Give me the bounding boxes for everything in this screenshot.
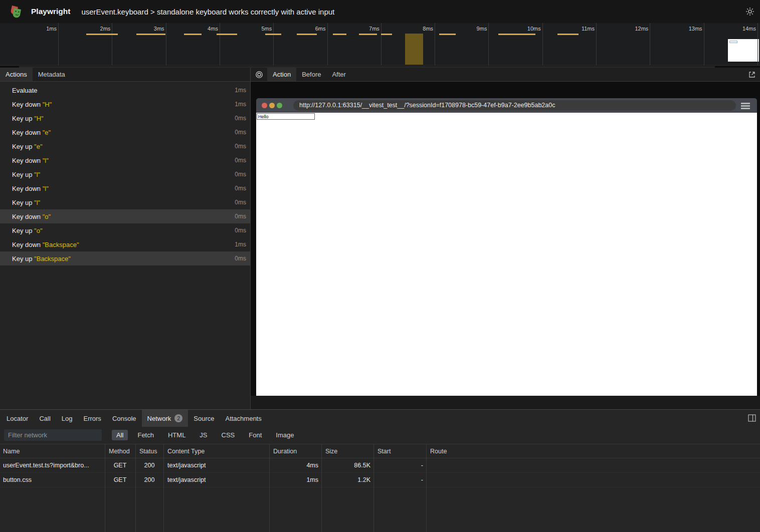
trace-title: userEvent.keyboard > standalone keyboard… <box>81 8 334 16</box>
network-request-row[interactable]: button.cssGET200text/javascript1ms1.2K- <box>0 473 760 487</box>
network-table-header: NameMethodStatusContent TypeDurationSize… <box>0 444 760 458</box>
open-external-icon[interactable] <box>748 71 756 79</box>
page-snapshot <box>256 113 757 396</box>
action-row[interactable]: Key down "o"0ms <box>0 209 250 223</box>
action-title: Key down "H" <box>12 101 52 108</box>
cell-method: GET <box>105 458 135 472</box>
action-duration: 0ms <box>235 115 246 122</box>
tab-errors[interactable]: Errors <box>78 410 106 427</box>
filter-chip-font[interactable]: Font <box>244 430 266 440</box>
timeline-gridline <box>220 23 220 65</box>
app-title: Playwright <box>31 7 70 16</box>
action-duration: 1ms <box>235 101 246 108</box>
action-title: Key up "l" <box>12 199 40 206</box>
action-title: Key down "l" <box>12 157 49 164</box>
action-row[interactable]: Key down "H"1ms <box>0 97 250 111</box>
tab-action[interactable]: Action <box>267 68 296 81</box>
tab-log[interactable]: Log <box>56 410 78 427</box>
playwright-trace-viewer: Playwright userEvent.keyboard > standalo… <box>0 0 760 532</box>
tab-errors-label: Errors <box>83 415 101 422</box>
cell-size: 1.2K <box>321 473 373 487</box>
tab-after-label: After <box>332 71 345 78</box>
tab-console[interactable]: Console <box>107 410 142 427</box>
cell-route <box>426 473 760 487</box>
action-row[interactable]: Key down "Backspace"1ms <box>0 237 250 251</box>
network-count-badge: 2 <box>174 414 182 422</box>
tab-metadata-label: Metadata <box>38 71 65 78</box>
cell-status: 200 <box>135 458 163 472</box>
action-title: Key down "Backspace" <box>12 241 79 248</box>
filter-network-input[interactable] <box>4 429 102 441</box>
action-row[interactable]: Key up "o"0ms <box>0 223 250 237</box>
timeline-action-bar <box>381 34 392 35</box>
action-duration: 0ms <box>235 171 246 178</box>
action-row[interactable]: Key up "l"0ms <box>0 195 250 209</box>
tab-source[interactable]: Source <box>188 410 220 427</box>
action-row[interactable]: Key down "l"0ms <box>0 181 250 195</box>
action-row[interactable]: Key up "l"0ms <box>0 167 250 181</box>
bottom-tabbar: LocatorCallLogErrorsConsoleNetwork2Sourc… <box>0 410 760 427</box>
actions-list: Evaluate1msKey down "H"1msKey up "H"0msK… <box>0 82 250 265</box>
traffic-light-green-icon <box>277 103 282 108</box>
browser-menu-icon <box>741 103 750 109</box>
tab-locator[interactable]: Locator <box>1 410 34 427</box>
address-bar: http://127.0.0.1:63315/__vitest_test__/?… <box>293 100 736 111</box>
pick-locator-target-icon[interactable] <box>251 68 267 81</box>
column-divider <box>163 444 164 532</box>
action-row[interactable]: Key up "H"0ms <box>0 111 250 125</box>
column-header-method[interactable]: Method <box>105 444 135 458</box>
action-key-value: "e" <box>43 129 51 136</box>
tab-before[interactable]: Before <box>296 68 326 81</box>
column-header-size[interactable]: Size <box>321 444 373 458</box>
action-row[interactable]: Key down "e"0ms <box>0 125 250 139</box>
timeline-label: 12ms <box>613 26 648 32</box>
resource-type-chips: AllFetchHTMLJSCSSFontImage <box>112 430 298 440</box>
filter-chip-image[interactable]: Image <box>271 430 298 440</box>
timeline-label: 5ms <box>237 26 272 32</box>
action-row[interactable]: Evaluate1ms <box>0 83 250 97</box>
column-header-content-type[interactable]: Content Type <box>163 444 269 458</box>
panel-layout-icon[interactable] <box>748 414 756 422</box>
tab-network[interactable]: Network2 <box>142 410 188 427</box>
snapshot-tabbar: ActionBeforeAfter <box>251 68 760 82</box>
cell-method: GET <box>105 473 135 487</box>
thumbnail-input-preview <box>729 41 737 43</box>
timeline-action-bar <box>498 34 535 35</box>
column-divider <box>426 444 427 532</box>
page-text-input[interactable] <box>257 113 315 120</box>
timeline-gridline <box>757 23 758 65</box>
filter-chip-html[interactable]: HTML <box>163 430 190 440</box>
tab-actions[interactable]: Actions <box>0 68 33 81</box>
column-header-start[interactable]: Start <box>373 444 426 458</box>
tab-call[interactable]: Call <box>34 410 56 427</box>
timeline-gridline <box>327 23 328 65</box>
column-header-route[interactable]: Route <box>426 444 760 458</box>
action-duration: 0ms <box>235 129 246 136</box>
column-header-status[interactable]: Status <box>135 444 163 458</box>
tab-metadata[interactable]: Metadata <box>33 68 71 81</box>
filter-chip-fetch[interactable]: Fetch <box>133 430 158 440</box>
column-header-duration[interactable]: Duration <box>269 444 321 458</box>
tab-network-label: Network <box>147 415 171 422</box>
cell-start: - <box>373 458 426 472</box>
timeline-film-strip-thumbnail[interactable] <box>728 39 759 62</box>
snapshot-lower-strip <box>251 396 760 409</box>
tab-attachments[interactable]: Attachments <box>220 410 267 427</box>
tab-after[interactable]: After <box>326 68 351 81</box>
column-header-name[interactable]: Name <box>0 444 105 458</box>
action-row[interactable]: Key up "Backspace"0ms <box>0 251 250 265</box>
timeline-gridline <box>542 23 543 65</box>
timeline-gridline <box>381 23 382 65</box>
filter-chip-all[interactable]: All <box>112 430 128 440</box>
action-duration: 0ms <box>235 143 246 150</box>
network-request-row[interactable]: userEvent.test.ts?import&bro...GET200tex… <box>0 458 760 473</box>
timeline[interactable]: 1ms2ms3ms4ms5ms6ms7ms8ms9ms10ms11ms12ms1… <box>0 23 760 68</box>
action-row[interactable]: Key down "l"0ms <box>0 153 250 167</box>
column-divider <box>269 444 270 532</box>
filter-chip-css[interactable]: CSS <box>217 430 240 440</box>
action-key-value: "e" <box>34 143 42 150</box>
action-row[interactable]: Key up "e"0ms <box>0 139 250 153</box>
filter-chip-js[interactable]: JS <box>195 430 212 440</box>
action-title: Key up "Backspace" <box>12 255 71 262</box>
settings-gear-icon[interactable] <box>745 7 755 17</box>
